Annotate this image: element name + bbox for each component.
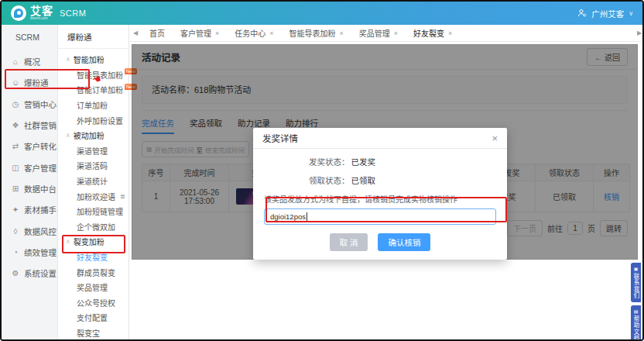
sidebar-item-shield[interactable]: ◊数据风控 <box>2 220 57 241</box>
close-tab-icon[interactable]: × <box>448 29 452 37</box>
submenu-item-label: 外呼加粉设置 <box>77 115 123 126</box>
doc-icon: ▤ <box>634 308 639 314</box>
page-tab-label: 客户管理 <box>180 27 211 39</box>
sidebar-item-label: 营销中心 <box>24 98 57 110</box>
award-detail-modal: 发奖详情 × 发奖状态： 已发奖 领取状态： 已领取 该奖品发放方式为线下自提，… <box>253 128 507 260</box>
confirm-verify-button[interactable]: 确认核销 <box>378 233 430 251</box>
top-header: 艾客 wscrm.com SCRM 广州艾客 ∨ <box>2 2 642 25</box>
submenu-item[interactable]: 加粉短链管理 <box>58 204 128 219</box>
page-tab[interactable]: 智能导表加粉× <box>282 25 351 41</box>
sidebar-item-performance[interactable]: ◔绩效管理 <box>2 242 57 263</box>
page-tab[interactable]: 好友裂变× <box>406 25 460 41</box>
float-button-chat[interactable]: ▣联系我们 <box>631 263 641 302</box>
brand-logo: 艾客 wscrm.com <box>11 5 53 21</box>
brand-name: 艾客 <box>30 5 53 16</box>
submenu-item[interactable]: 智能导表加粉New <box>58 67 128 83</box>
chat-icon: ▣ <box>634 266 639 271</box>
submenu-group[interactable]: ∧智能加粉 <box>58 52 128 67</box>
gear-icon: ⚙ <box>11 269 20 277</box>
close-tab-icon[interactable]: × <box>394 29 398 37</box>
submenu-item-label: 群成员裂变 <box>77 267 115 278</box>
primary-sidebar: SCRM ⌂概况☺爆粉通◷营销中心❖社群营销⇄客户转化◫客户管理⊞数据中台✦素材… <box>2 25 58 341</box>
submenu-item[interactable]: 渠道管理 <box>58 143 128 159</box>
submenu-group[interactable]: ∧被动加粉 <box>58 128 128 143</box>
page-tab[interactable]: 奖品管理× <box>351 25 406 41</box>
sidebar-item-user[interactable]: ☺爆粉通 <box>2 72 57 93</box>
convert-icon: ⇄ <box>11 142 20 150</box>
submenu-group[interactable]: ∧裂变加粉 <box>58 234 128 250</box>
account-name: 广州艾客 <box>591 8 624 19</box>
submenu-item-label: 渠道统计 <box>77 175 108 187</box>
submenu-item[interactable]: 外呼加粉设置 <box>58 112 128 128</box>
submenu-item-label: 支付配置 <box>77 312 108 323</box>
submenu-item[interactable]: 群成员裂变 <box>58 264 128 280</box>
submenu-item[interactable]: 智能订单加粉New <box>58 82 128 98</box>
close-tab-icon[interactable]: × <box>215 29 219 37</box>
tab-scroll-left-icon[interactable]: ◀ <box>129 29 142 36</box>
page-tab-label: 首页 <box>149 27 165 39</box>
sidebar-item-label: 系统设置 <box>24 267 57 279</box>
material-icon: ✦ <box>11 205 20 214</box>
submenu-item[interactable]: 订单加粉 <box>58 98 128 113</box>
tab-scroll-right-icon[interactable]: ▶ <box>633 29 644 36</box>
sidebar-item-label: 社群营销 <box>24 119 57 131</box>
receive-status-value: 已领取 <box>351 174 376 186</box>
floating-buttons: ▣联系我们▤帮助文档 <box>631 263 641 341</box>
page-tab[interactable]: 首页 <box>142 25 173 41</box>
submenu-item[interactable]: 好友裂变 <box>58 250 128 265</box>
page-tab[interactable]: 任务中心× <box>227 25 281 41</box>
cancel-button[interactable]: 取 消 <box>330 233 368 251</box>
receive-status-label: 领取状态： <box>309 174 350 186</box>
page-tab-label: 好友裂变 <box>413 27 444 39</box>
shield-icon: ◊ <box>11 227 20 236</box>
close-tab-icon[interactable]: × <box>340 29 344 37</box>
chevron-up-icon: ∧ <box>66 132 70 139</box>
submenu-item-label: 智能订单加粉 <box>77 84 123 95</box>
sidebar-item-material[interactable]: ✦素材捕手 <box>2 199 57 220</box>
brand-logo-icon <box>11 5 26 21</box>
account-menu[interactable]: 广州艾客 ∨ <box>577 8 633 19</box>
submenu-item-label: 公众号授权 <box>77 297 115 308</box>
submenu-item[interactable]: 支付配置 <box>58 310 128 326</box>
submenu-item[interactable]: 渠道统计 <box>58 174 128 189</box>
sidebar-item-group[interactable]: ❖社群营销 <box>2 115 57 136</box>
close-tab-icon[interactable]: × <box>269 29 273 37</box>
sidebar-item-clock[interactable]: ◷营销中心 <box>2 94 57 115</box>
modal-title: 发奖详情 <box>262 132 298 144</box>
sidebar-item-label: 绩效管理 <box>24 246 57 258</box>
home-icon: ⌂ <box>11 57 20 66</box>
verify-message: 该奖品发放方式为线下自提，请核销员完成实物核销操作 <box>253 186 507 205</box>
sidebar-item-label: 数据中台 <box>24 183 57 195</box>
submenu-item[interactable]: 奖品管理 <box>58 280 128 295</box>
submenu-item-label: 加粉短链管理 <box>77 205 123 217</box>
sidebar-item-home[interactable]: ⌂概况 <box>2 51 57 72</box>
sidebar-item-label: 数据风控 <box>24 226 57 237</box>
submenu-item[interactable]: 裂变宝 <box>58 326 128 341</box>
submenu-title: 爆粉通 <box>58 25 128 49</box>
list-icon: ≣ <box>120 193 125 200</box>
close-icon[interactable]: × <box>492 133 498 143</box>
verify-code-value: dgioi12pos <box>270 212 306 221</box>
sidebar-item-customer[interactable]: ◫客户管理 <box>2 157 57 177</box>
submenu-item[interactable]: 渠道活码 <box>58 158 128 174</box>
text-caret <box>307 212 307 221</box>
sidebar-item-convert[interactable]: ⇄客户转化 <box>2 136 57 157</box>
float-button-label: 联系我们 <box>632 273 640 299</box>
page-tab-label: 奖品管理 <box>359 27 390 39</box>
verify-code-input[interactable]: dgioi12pos <box>264 208 496 225</box>
submenu-item[interactable]: 企个微双加 <box>58 219 128 235</box>
submenu-item-label: 渠道管理 <box>77 145 108 157</box>
clock-icon: ◷ <box>11 100 20 108</box>
float-button-doc[interactable]: ▤帮助文档 <box>631 305 641 341</box>
submenu-item-label: 渠道活码 <box>77 160 108 171</box>
chevron-down-icon: ∨ <box>629 10 633 17</box>
sidebar-item-gear[interactable]: ⚙系统设置 <box>2 263 57 284</box>
page-tab[interactable]: 客户管理× <box>173 25 227 41</box>
submenu-group-label: 智能加粉 <box>74 53 104 65</box>
award-status-value: 已发奖 <box>351 156 376 167</box>
submenu-item[interactable]: 公众号授权 <box>58 295 128 311</box>
sidebar-title: SCRM <box>2 25 57 51</box>
submenu-item[interactable]: 加粉欢迎语≣ <box>58 188 128 204</box>
sidebar-item-label: 素材捕手 <box>24 204 57 215</box>
sidebar-item-data[interactable]: ⊞数据中台 <box>2 178 57 199</box>
